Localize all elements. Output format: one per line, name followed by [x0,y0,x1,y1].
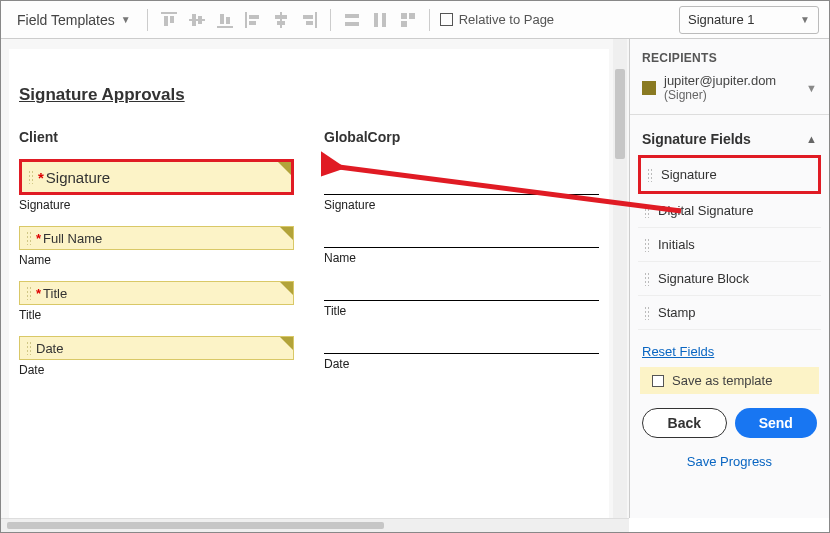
svg-rect-18 [345,14,359,18]
title-label: Title [19,308,294,322]
drag-handle-icon [26,231,32,245]
drag-handle-icon [647,168,653,182]
svg-rect-10 [249,15,259,19]
reset-fields-link[interactable]: Reset Fields [630,330,829,367]
horizontal-scrollbar[interactable] [1,518,629,532]
svg-rect-4 [192,14,196,26]
align-hcenter-icon[interactable] [270,9,292,31]
signature-fields-list: Signature Digital Signature Initials Sig… [630,155,829,330]
vertical-scrollbar[interactable] [613,39,627,518]
panel-field-label: Digital Signature [658,203,753,218]
date-field-label: Date [36,341,63,356]
panel-field-initials[interactable]: Initials [638,228,821,262]
save-as-template-label: Save as template [672,373,772,388]
separator [429,9,430,31]
svg-rect-3 [189,19,205,21]
title-field-label: Title [43,286,67,301]
svg-rect-14 [277,21,285,25]
svg-rect-22 [401,13,407,19]
required-marker: * [36,231,41,246]
signature-label: Signature [324,198,599,212]
checkbox-icon [652,375,664,387]
corner-icon [280,337,293,350]
field-templates-dropdown[interactable]: Field Templates ▼ [11,8,137,32]
svg-rect-1 [164,16,168,26]
panel-field-label: Initials [658,237,695,252]
align-vcenter-icon[interactable] [186,9,208,31]
full-name-field[interactable]: * Full Name [19,226,294,250]
required-marker: * [36,286,41,301]
svg-rect-8 [226,17,230,24]
separator [147,9,148,31]
match-height-icon[interactable] [369,9,391,31]
title-field[interactable]: * Title [19,281,294,305]
drag-handle-icon [26,341,32,355]
top-toolbar: Field Templates ▼ Relative to Page Signa… [1,1,829,39]
recipient-selector-dropdown[interactable]: Signature 1 ▼ [679,6,819,34]
save-as-template-checkbox[interactable]: Save as template [640,367,819,394]
panel-field-label: Signature Block [658,271,749,286]
send-button[interactable]: Send [735,408,818,438]
align-right-icon[interactable] [298,9,320,31]
align-bottom-icon[interactable] [214,9,236,31]
document-canvas[interactable]: Signature Approvals Client * Signature S… [1,39,629,518]
scrollbar-thumb[interactable] [7,522,384,529]
panel-field-stamp[interactable]: Stamp [638,296,821,330]
chevron-up-icon: ▲ [806,133,817,145]
svg-rect-9 [245,12,247,28]
panel-field-digital-signature[interactable]: Digital Signature [638,194,821,228]
client-column: Client * Signature Signature [19,129,294,391]
recipient-row[interactable]: jupiter@jupiter.dom (Signer) ▼ [630,71,829,110]
name-label: Name [19,253,294,267]
signature-line [324,159,599,195]
separator [330,9,331,31]
chevron-down-icon: ▼ [806,82,817,94]
date-label: Date [19,363,294,377]
relative-to-page-toggle[interactable]: Relative to Page [440,12,554,27]
document-page: Signature Approvals Client * Signature S… [9,49,609,518]
recipient-email: jupiter@jupiter.dom [664,73,798,88]
corner-icon [280,227,293,240]
page-heading: Signature Approvals [19,85,599,105]
match-width-icon[interactable] [341,9,363,31]
svg-rect-13 [275,15,287,19]
svg-rect-16 [303,15,313,19]
name-line [324,226,599,248]
svg-rect-0 [161,12,177,14]
back-button[interactable]: Back [642,408,727,438]
svg-rect-24 [401,21,407,27]
svg-rect-5 [198,16,202,24]
scrollbar-thumb[interactable] [615,69,625,159]
date-field[interactable]: Date [19,336,294,360]
signature-fields-category[interactable]: Signature Fields ▲ [630,119,829,155]
corner-icon [280,282,293,295]
drag-handle-icon [644,204,650,218]
align-top-icon[interactable] [158,9,180,31]
divider [630,114,829,115]
relative-to-page-label: Relative to Page [459,12,554,27]
chevron-down-icon: ▼ [800,14,810,25]
corner-icon [278,162,291,175]
svg-rect-2 [170,16,174,23]
panel-field-signature-block[interactable]: Signature Block [638,262,821,296]
globalcorp-column: GlobalCorp Signature Name Title [324,129,599,391]
match-both-icon[interactable] [397,9,419,31]
panel-field-signature[interactable]: Signature [638,155,821,194]
save-progress-link[interactable]: Save Progress [630,444,829,469]
full-name-field-label: Full Name [43,231,102,246]
svg-rect-20 [374,13,378,27]
drag-handle-icon [644,306,650,320]
panel-field-label: Signature [661,167,717,182]
recipient-role: (Signer) [664,88,798,102]
name-label: Name [324,251,599,265]
title-line [324,279,599,301]
required-marker: * [38,169,44,186]
signature-field[interactable]: * Signature [19,159,294,195]
svg-rect-15 [315,12,317,28]
date-line [324,332,599,354]
svg-rect-17 [306,21,313,25]
signature-field-label: Signature [46,169,110,186]
align-left-icon[interactable] [242,9,264,31]
svg-rect-7 [220,14,224,24]
panel-field-label: Stamp [658,305,696,320]
